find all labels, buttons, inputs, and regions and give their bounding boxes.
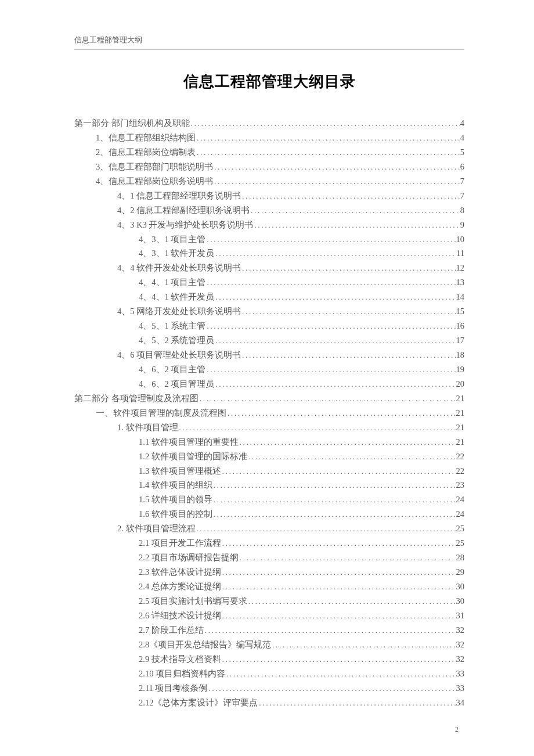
toc-label: 4、4、1 软件开发员 (139, 290, 214, 304)
toc-entry: 第二部分 各项管理制度及流程图21 (74, 391, 464, 406)
toc-entry: 2.4 总体方案论证提纲30 (74, 579, 464, 594)
toc-leader-dots (241, 190, 460, 203)
toc-entry: 1.2 软件项目管理的国际标准22 (74, 449, 464, 464)
toc-label: 2.1 项目开发工作流程 (139, 536, 221, 550)
toc-leader-dots (212, 494, 456, 506)
toc-leader-dots (212, 509, 456, 521)
toc-entry: 1.6 软件项目的控制24 (74, 507, 464, 521)
toc-leader-dots (205, 277, 456, 289)
toc-entry: 4、4 软件开发处处长职务说明书12 (74, 261, 464, 275)
page-number: 2 (455, 725, 459, 734)
toc-label: 4、6、2 项目管理员 (139, 377, 214, 391)
toc-page-number: 28 (456, 550, 465, 565)
toc-entry: 2.11 项目考核条例33 (74, 681, 464, 696)
toc-leader-dots (239, 552, 456, 564)
toc-leader-dots (226, 408, 456, 420)
toc-label: 1. 软件项目管理 (117, 420, 178, 435)
toc-leader-dots (221, 581, 456, 593)
toc-page-number: 30 (456, 579, 465, 594)
toc-label: 1.6 软件项目的控制 (139, 507, 212, 521)
toc-label: 4、2 信息工程部副经理职务说明书 (117, 203, 250, 218)
toc-entry: 4、4、1 软件开发员14 (74, 290, 464, 304)
toc-entry: 2.5 项目实施计划书编写要求30 (74, 594, 464, 609)
toc-leader-dots (205, 321, 456, 333)
toc-leader-dots (190, 118, 460, 130)
toc-leader-dots (213, 161, 460, 174)
toc-leader-dots (253, 219, 460, 232)
toc-page-number: 21 (456, 391, 465, 406)
toc-label: 2.10 项目归档资料内容 (139, 667, 225, 681)
toc-label: 2.7 阶段工作总结 (139, 623, 204, 638)
toc-leader-dots (205, 364, 456, 376)
toc-label: 2.9 技术指导文档资料 (139, 652, 221, 667)
toc-entry: 2. 软件项目管理流程25 (74, 521, 464, 536)
page-container: 信息工程部管理大纲 信息工程部管理大纲目录 第一部分 部门组织机构及职能41、信… (0, 0, 534, 733)
toc-entry: 4、2 信息工程部副经理职务说明书8 (74, 203, 464, 218)
toc-page-number: 21 (456, 435, 465, 449)
toc-page-number: 31 (456, 609, 465, 623)
toc-page-number: 21 (456, 406, 465, 420)
toc-leader-dots (214, 379, 456, 391)
toc-leader-dots (250, 205, 460, 217)
toc-label: 2、信息工程部岗位编制表 (96, 145, 196, 160)
toc-entry: 1. 软件项目管理21 (74, 420, 464, 435)
toc-leader-dots (241, 306, 456, 318)
toc-leader-dots (221, 466, 456, 478)
toc-leader-dots (213, 176, 460, 188)
toc-label: 3、信息工程部部门职能说明书 (96, 160, 213, 174)
toc-page-number: 30 (456, 594, 465, 609)
toc-entry: 2.3 软件总体设计提纲29 (74, 565, 464, 579)
toc-label: 4、1 信息工程部经理职务说明书 (117, 189, 241, 203)
toc-entry: 2、信息工程部岗位编制表5 (74, 145, 464, 160)
toc-label: 1、信息工程部组织结构图 (96, 131, 196, 145)
toc-label: 1.1 软件项目管理的重要性 (139, 435, 239, 449)
toc-page-number: 24 (456, 492, 465, 507)
toc-leader-dots (196, 147, 460, 159)
toc-entry: 4、6、2 项目主管19 (74, 362, 464, 377)
toc-leader-dots (239, 437, 456, 449)
toc-entry: 4、信息工程部岗位职务说明书7 (74, 174, 464, 189)
toc-page-number: 25 (456, 536, 465, 550)
toc-page-number: 12 (456, 261, 465, 275)
toc-page-number: 17 (456, 333, 465, 348)
toc-leader-dots (214, 291, 456, 304)
toc-label: 1.2 软件项目管理的国际标准 (139, 449, 247, 464)
toc-label: 4、5、2 系统管理员 (139, 333, 214, 348)
toc-label: 4、5 网络开发处处长职务说明书 (117, 304, 241, 319)
toc-page-number: 29 (456, 565, 465, 579)
toc-entry: 1.3 软件项目管理概述22 (74, 464, 464, 478)
toc-leader-dots (196, 132, 460, 145)
toc-entry: 2.10 项目归档资料内容33 (74, 667, 464, 681)
toc-entry: 2.9 技术指导文档资料32 (74, 652, 464, 667)
toc-entry: 2.7 阶段工作总结32 (74, 623, 464, 638)
toc-label: 2.4 总体方案论证提纲 (139, 579, 221, 594)
toc-page-number: 22 (456, 464, 465, 478)
toc-leader-dots (247, 596, 456, 608)
toc-label: 一、软件项目管理的制度及流程图 (96, 406, 226, 420)
toc-leader-dots (204, 625, 456, 637)
toc-label: 1.5 软件项目的领导 (139, 492, 212, 507)
toc-label: 4、3、1 软件开发员 (139, 246, 214, 261)
toc-entry: 2.1 项目开发工作流程25 (74, 536, 464, 550)
toc-label: 4、3 K3 开发与维护处长职务说明书 (117, 218, 253, 232)
toc-entry: 1、信息工程部组织结构图4 (74, 131, 464, 145)
toc-page-number: 33 (456, 681, 465, 696)
toc-label: 4、4 软件开发处处长职务说明书 (117, 261, 241, 275)
toc-label: 2.8《项目开发总结报告》编写规范 (139, 638, 271, 652)
toc-label: 1.3 软件项目管理概述 (139, 464, 221, 478)
toc-page-number: 13 (456, 275, 465, 290)
toc-page-number: 21 (456, 420, 465, 435)
toc-entry: 4、3、1 项目主管10 (74, 232, 464, 247)
toc-page-number: 23 (456, 478, 465, 492)
toc-page-number: 10 (456, 232, 465, 247)
toc-leader-dots (199, 393, 456, 405)
toc-label: 4、6、2 项目主管 (139, 362, 205, 377)
toc-page-number: 8 (460, 203, 464, 218)
toc-leader-dots (207, 683, 456, 695)
toc-page-number: 4 (460, 131, 464, 145)
toc-page-number: 32 (456, 638, 465, 652)
toc-leader-dots (214, 248, 456, 260)
toc-leader-dots (241, 262, 456, 275)
toc-page-number: 19 (456, 362, 465, 377)
toc-label: 4、4、1 项目主管 (139, 275, 205, 290)
